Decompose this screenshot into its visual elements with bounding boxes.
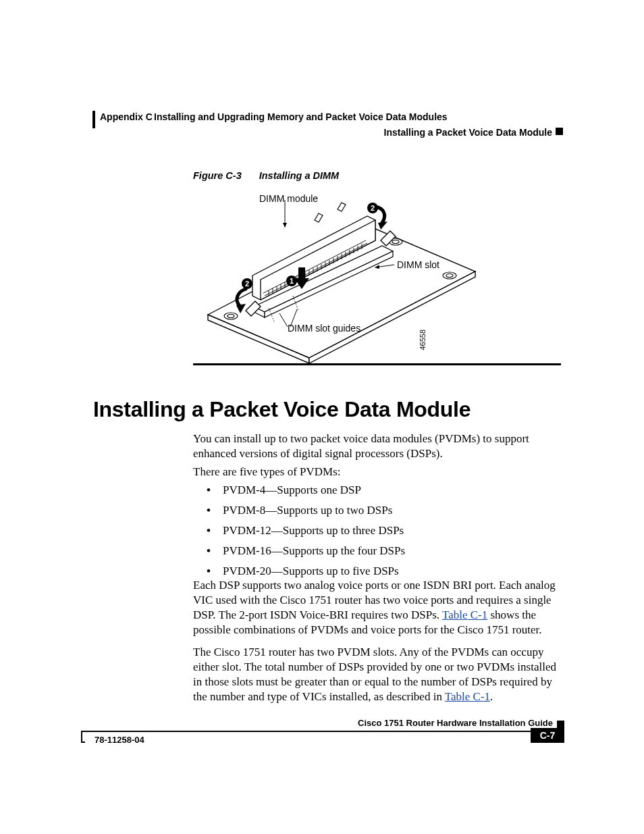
footer-corner (81, 731, 85, 743)
header-square-marker (556, 128, 563, 135)
figure-label-dimm-slot-guides: DIMM slot guides (288, 323, 360, 334)
figure-illustration: 1 2 2 (193, 188, 483, 363)
figure-caption: Figure C-3 Installing a DIMM (193, 170, 339, 181)
link-table-c1[interactable]: Table C-1 (445, 690, 490, 703)
paragraph-4a: The Cisco 1751 router has two PVDM slots… (193, 646, 556, 703)
svg-text:1: 1 (290, 277, 294, 285)
list-item: PVDM-8—Supports up to two DSPs (207, 504, 558, 517)
link-table-c1[interactable]: Table C-1 (442, 608, 487, 621)
list-item: PVDM-20—Supports up to five DSPs (207, 565, 558, 578)
pvdm-type-list: PVDM-4—Supports one DSP PVDM-8—Supports … (207, 484, 558, 585)
figure-label-dimm-module: DIMM module (259, 193, 318, 204)
footer-page-marker (557, 721, 564, 728)
footer-book-title: Cisco 1751 Router Hardware Installation … (358, 718, 553, 728)
footer-page-number: C-7 (531, 728, 564, 743)
paragraph-2: There are five types of PVDMs: (193, 465, 561, 479)
list-item: PVDM-16—Supports up the four DSPs (207, 544, 558, 558)
figure-title: Installing a DIMM (259, 170, 339, 181)
section-divider (193, 363, 561, 365)
header-left-rule (92, 111, 95, 128)
list-item: PVDM-12—Supports up to three DSPs (207, 524, 558, 538)
footer-rule (81, 731, 562, 732)
figure-dimm-install: 1 2 2 (193, 188, 483, 363)
svg-text:2: 2 (371, 204, 375, 212)
header-appendix: Appendix C (100, 111, 153, 122)
paragraph-3: Each DSP supports two analog voice ports… (193, 578, 561, 637)
paragraph-1: You can install up to two packet voice d… (193, 432, 561, 461)
paragraph-4b: . (490, 690, 493, 703)
footer-doc-number: 78-11258-04 (95, 735, 144, 745)
svg-text:2: 2 (245, 280, 249, 288)
heading-installing-pvdm: Installing a Packet Voice Data Module (93, 397, 471, 422)
figure-label-dimm-slot: DIMM slot (397, 259, 439, 270)
figure-number: Figure C-3 (193, 170, 242, 181)
paragraph-4: The Cisco 1751 router has two PVDM slots… (193, 645, 561, 704)
figure-id-number: 46558 (419, 330, 427, 350)
list-item: PVDM-4—Supports one DSP (207, 484, 558, 497)
header-chapter-title: Installing and Upgrading Memory and Pack… (154, 111, 448, 122)
svg-rect-32 (298, 267, 305, 278)
header-section-title: Installing a Packet Voice Data Module (384, 127, 552, 138)
